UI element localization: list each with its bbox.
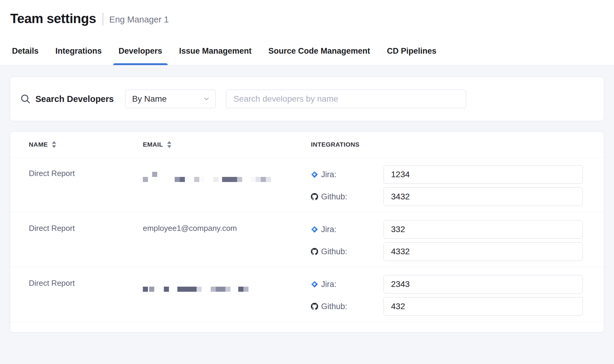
- table-row: Direct Report employee1@company.com Jira…: [10, 212, 604, 267]
- jira-label: Jira:: [311, 170, 384, 179]
- search-developers-label: Search Developers: [35, 94, 114, 104]
- jira-id-input[interactable]: [384, 165, 583, 184]
- page-title: Team settings: [10, 11, 96, 26]
- search-input[interactable]: [226, 90, 466, 108]
- sort-email-button[interactable]: [167, 141, 171, 148]
- sort-icon: [167, 141, 171, 148]
- github-id-input[interactable]: [384, 187, 583, 206]
- developer-name: Direct Report: [29, 165, 143, 206]
- github-integration-row: Github:: [311, 187, 583, 206]
- column-header-email: EMAIL: [143, 141, 311, 148]
- column-header-integrations: INTEGRATIONS: [311, 141, 583, 148]
- table-row: Direct Report: [10, 267, 604, 322]
- github-label: Github:: [311, 302, 384, 311]
- jira-integration-row: Jira:: [311, 165, 583, 184]
- integrations-cell: Jira: Github:: [311, 220, 583, 261]
- name-column-label: NAME: [29, 141, 48, 148]
- jira-icon: [311, 281, 318, 288]
- tab-cd-pipelines[interactable]: CD Pipelines: [385, 37, 438, 65]
- jira-id-input[interactable]: [384, 220, 583, 239]
- search-icon: [20, 94, 31, 104]
- title-separator: [103, 13, 103, 25]
- developer-name: Direct Report: [29, 275, 143, 316]
- jira-icon: [311, 226, 318, 233]
- github-id-input[interactable]: [384, 297, 583, 316]
- main-content: Search Developers By Name NAME EMAIL: [0, 65, 614, 333]
- page-header: Team settings Eng Manager 1: [0, 0, 614, 37]
- jira-integration-row: Jira:: [311, 275, 583, 294]
- integrations-cell: Jira: Github:: [311, 165, 583, 206]
- integrations-column-label: INTEGRATIONS: [311, 141, 360, 148]
- email-column-label: EMAIL: [143, 141, 163, 148]
- tab-issue-management[interactable]: Issue Management: [177, 37, 254, 65]
- chevron-down-icon: [203, 96, 209, 102]
- developer-email: employee1@company.com: [143, 220, 311, 261]
- github-label: Github:: [311, 192, 384, 201]
- integrations-cell: Jira: Github:: [311, 275, 583, 316]
- github-icon: [311, 193, 318, 200]
- sort-icon: [52, 141, 56, 148]
- jira-label: Jira:: [311, 280, 384, 289]
- github-label: Github:: [311, 247, 384, 256]
- jira-id-input[interactable]: [384, 275, 583, 294]
- search-filter-select[interactable]: By Name: [125, 90, 216, 108]
- github-integration-row: Github:: [311, 242, 583, 261]
- table-row: Direct Report: [10, 157, 604, 212]
- developer-email: [143, 275, 311, 316]
- team-name: Eng Manager 1: [109, 15, 169, 25]
- tab-details[interactable]: Details: [10, 37, 41, 65]
- search-panel: Search Developers By Name: [10, 77, 604, 121]
- jira-icon: [311, 171, 318, 178]
- tab-source-code-management[interactable]: Source Code Management: [266, 37, 372, 65]
- tab-integrations[interactable]: Integrations: [54, 37, 104, 65]
- team-settings-page: Team settings Eng Manager 1 Details Inte…: [0, 0, 614, 333]
- tab-developers[interactable]: Developers: [117, 37, 164, 65]
- developer-email: [143, 165, 311, 206]
- redacted-email: [143, 171, 311, 182]
- tab-bar: Details Integrations Developers Issue Ma…: [0, 37, 614, 65]
- github-icon: [311, 248, 318, 255]
- jira-label: Jira:: [311, 225, 384, 234]
- redacted-email: [143, 281, 311, 292]
- table-header-row: NAME EMAIL INTEGRATIONS: [10, 132, 604, 157]
- column-header-name: NAME: [29, 141, 143, 148]
- jira-integration-row: Jira:: [311, 220, 583, 239]
- search-filter-value: By Name: [132, 94, 167, 104]
- developers-table: NAME EMAIL INTEGRATIONS Direct Repo: [10, 131, 604, 333]
- sort-name-button[interactable]: [52, 141, 56, 148]
- developer-name: Direct Report: [29, 220, 143, 261]
- github-icon: [311, 303, 318, 310]
- github-integration-row: Github:: [311, 297, 583, 316]
- github-id-input[interactable]: [384, 242, 583, 261]
